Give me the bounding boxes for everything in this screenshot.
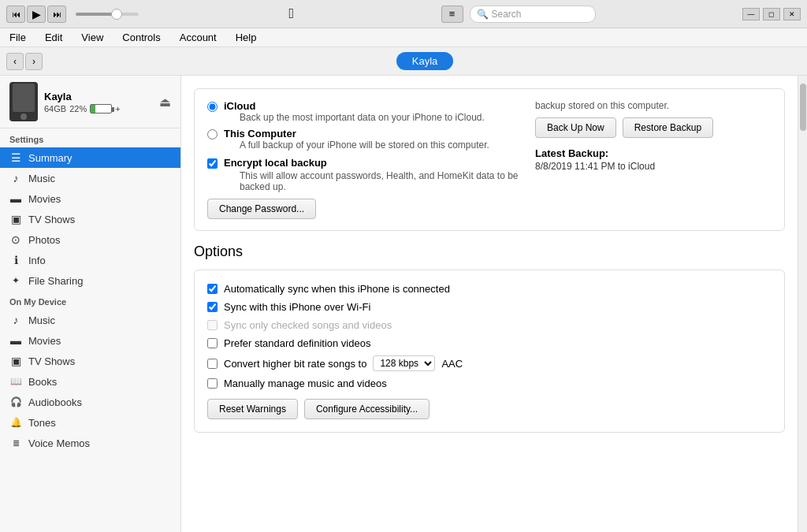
sidebar-item-photos[interactable]: ⊙ Photos (0, 229, 180, 250)
sidebar-item-books-label: Books (28, 376, 57, 388)
sidebar-item-info[interactable]: ℹ Info (0, 250, 180, 270)
reset-warnings-button[interactable]: Reset Warnings (207, 399, 298, 419)
checked-songs-checkbox[interactable] (207, 320, 218, 330)
sidebar: Kayla 64GB 22% + ⏏ Settings ☰ Summary ♪ (0, 76, 181, 532)
device-details: Kayla 64GB 22% + (44, 91, 153, 113)
device-capacity: 64GB (44, 104, 66, 113)
device-icon (9, 82, 38, 121)
menu-bar: File Edit View Controls Account Help (0, 28, 807, 47)
backup-right-desc: backup stored on this computer. (535, 100, 772, 111)
manually-manage-label: Manually manage music and videos (224, 378, 387, 389)
option-checked-songs: Sync only checked songs and videos (207, 319, 772, 331)
options-section: Options Automatically sync when this iPh… (194, 244, 785, 433)
volume-slider[interactable] (76, 13, 139, 16)
encrypt-checkbox[interactable] (207, 158, 218, 169)
audiobooks-icon: 🎧 (9, 396, 22, 408)
wifi-sync-label: Sync with this iPhone over Wi-Fi (224, 301, 370, 313)
device-name: Kayla (44, 91, 153, 102)
sidebar-item-voice-memos-label: Voice Memos (28, 437, 90, 449)
minimize-button[interactable]: — (742, 8, 760, 20)
this-computer-radio-row: This Computer A full backup of your iPho… (207, 128, 535, 151)
this-computer-desc: A full backup of your iPhone will be sto… (240, 140, 489, 151)
rewind-button[interactable]: ⏮ (6, 6, 25, 23)
photos-icon: ⊙ (9, 233, 22, 246)
battery-row: 64GB 22% + (44, 104, 153, 113)
fastforward-button[interactable]: ⏭ (47, 6, 66, 23)
sidebar-item-tv-shows[interactable]: ▣ TV Shows (0, 209, 180, 229)
menu-controls[interactable]: Controls (119, 30, 163, 45)
icloud-label: iCloud (224, 100, 485, 112)
manually-manage-checkbox[interactable] (207, 378, 218, 389)
sidebar-item-file-sharing[interactable]: ✦ File Sharing (0, 270, 180, 291)
device-home-button (20, 113, 27, 120)
device-tab[interactable]: Kayla (396, 52, 454, 70)
content-area: iCloud Back up the most important data o… (181, 76, 798, 532)
sidebar-item-music-device[interactable]: ♪ Music (0, 310, 180, 330)
playback-controls: ⏮ ▶ ⏭ (6, 6, 66, 23)
latest-backup-date: 8/8/2019 11:41 PM to iCloud (535, 161, 772, 172)
icloud-radio-row: iCloud Back up the most important data o… (207, 100, 535, 123)
restore-backup-button[interactable]: Restore Backup (623, 117, 713, 138)
change-password-button[interactable]: Change Password... (207, 199, 316, 219)
search-placeholder: Search (492, 9, 522, 20)
scrollbar-track[interactable] (798, 76, 807, 532)
back-up-now-button[interactable]: Back Up Now (535, 117, 616, 138)
play-button[interactable]: ▶ (27, 6, 46, 23)
sidebar-item-voice-memos[interactable]: ≣ Voice Memos (0, 433, 180, 453)
standard-def-checkbox[interactable] (207, 338, 218, 348)
checked-songs-label: Sync only checked songs and videos (224, 319, 392, 331)
auto-sync-checkbox[interactable] (207, 284, 218, 294)
content-scroll-wrapper: iCloud Back up the most important data o… (181, 76, 807, 532)
nav-bar: ‹ › Kayla (0, 47, 807, 76)
menu-file[interactable]: File (6, 30, 29, 45)
scrollbar-thumb[interactable] (800, 84, 806, 131)
encrypt-row: Encrypt local backup This will allow acc… (207, 157, 535, 192)
sidebar-item-tv-shows-device[interactable]: ▣ TV Shows (0, 351, 180, 371)
backup-left-col: iCloud Back up the most important data o… (207, 100, 535, 219)
bitrate-select[interactable]: 128 kbps (373, 355, 435, 371)
sidebar-item-summary[interactable]: ☰ Summary (0, 147, 180, 168)
sidebar-item-photos-label: Photos (28, 234, 60, 246)
sidebar-item-audiobooks[interactable]: 🎧 Audiobooks (0, 392, 180, 412)
sidebar-item-tones[interactable]: 🔔 Tones (0, 412, 180, 433)
sidebar-item-movies-label: Movies (28, 193, 61, 205)
movies-icon: ▬ (9, 192, 22, 205)
volume-thumb[interactable] (111, 9, 122, 20)
on-my-device-label: On My Device (0, 291, 180, 310)
sidebar-item-tv-shows-device-label: TV Shows (28, 355, 75, 367)
latest-backup-title: Latest Backup: (535, 147, 608, 159)
configure-accessibility-button[interactable]: Configure Accessibility... (304, 399, 430, 419)
list-view-button[interactable]: ≡ (441, 6, 463, 23)
close-button[interactable]: ✕ (783, 8, 801, 20)
menu-account[interactable]: Account (177, 30, 220, 45)
option-buttons: Reset Warnings Configure Accessibility..… (207, 399, 772, 419)
search-box[interactable]: 🔍 Search (470, 6, 596, 23)
nav-arrows: ‹ › (6, 53, 43, 70)
menu-help[interactable]: Help (232, 30, 260, 45)
battery-tip (112, 107, 114, 112)
forward-button[interactable]: › (25, 53, 43, 70)
option-standard-def: Prefer standard definition videos (207, 337, 772, 349)
eject-button[interactable]: ⏏ (159, 95, 171, 110)
sidebar-item-movies-device[interactable]: ▬ Movies (0, 330, 180, 351)
sidebar-item-books[interactable]: 📖 Books (0, 371, 180, 392)
back-button[interactable]: ‹ (6, 53, 24, 70)
sidebar-item-info-label: Info (28, 255, 46, 266)
option-convert-bitrate: Convert higher bit rate songs to 128 kbp… (207, 355, 772, 371)
menu-edit[interactable]: Edit (42, 30, 65, 45)
this-computer-radio[interactable] (207, 129, 218, 140)
menu-view[interactable]: View (78, 30, 106, 45)
wifi-sync-checkbox[interactable] (207, 302, 218, 312)
summary-icon: ☰ (9, 151, 22, 164)
sidebar-item-movies[interactable]: ▬ Movies (0, 188, 180, 209)
icloud-radio[interactable] (207, 102, 218, 112)
this-computer-label: This Computer (224, 128, 489, 140)
convert-bitrate-label: Convert higher bit rate songs to (224, 358, 366, 370)
sidebar-item-file-sharing-label: File Sharing (28, 275, 83, 287)
convert-bitrate-checkbox[interactable] (207, 359, 218, 369)
restore-button[interactable]: ◻ (763, 8, 780, 20)
sidebar-item-music[interactable]: ♪ Music (0, 168, 180, 188)
settings-section-label: Settings (0, 128, 180, 147)
battery-fill (91, 105, 95, 113)
music-device-icon: ♪ (9, 314, 22, 326)
